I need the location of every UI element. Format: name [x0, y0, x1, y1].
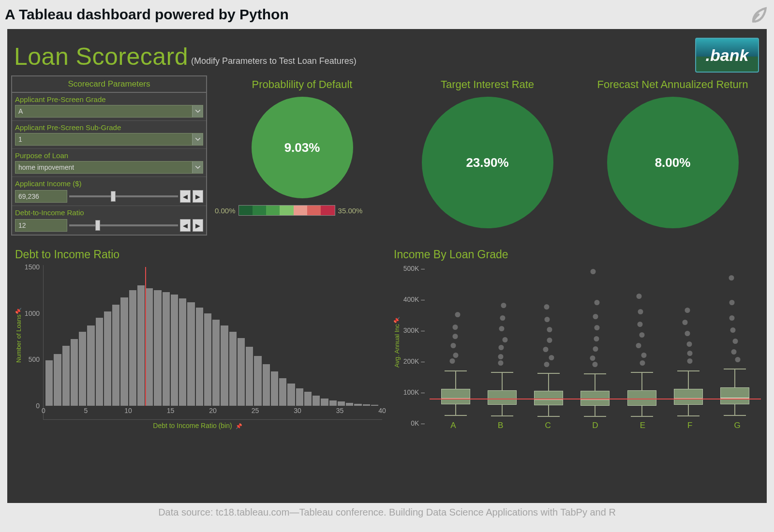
dashboard: Loan Scorecard (Modify Parameters to Tes…	[7, 29, 767, 503]
select-grade[interactable]: A	[15, 105, 203, 118]
chevron-down-icon[interactable]	[192, 162, 203, 173]
legend-swatches	[238, 205, 335, 216]
select-purpose-value: home impovement	[18, 163, 74, 171]
metric-title: Probablility of Default	[212, 75, 392, 97]
parameters-panel: Scorecard Parameters Applicant Pre-Scree…	[11, 75, 207, 236]
chevron-down-icon[interactable]	[192, 133, 203, 145]
dti-input[interactable]: 12	[15, 219, 67, 232]
param-label-income: Applicant Income ($)	[15, 178, 203, 189]
income-value: 69,236	[18, 192, 39, 200]
x-axis-label: Debt to Income Ratio (bin) 📌	[13, 422, 382, 429]
param-label-purpose: Purpose of Loan	[15, 150, 203, 161]
chart-title: Income By Loan Grade	[392, 248, 761, 265]
dashboard-title: Loan Scorecard	[14, 43, 188, 71]
chevron-down-icon[interactable]	[192, 105, 203, 117]
bubble-value: 9.03%	[284, 140, 320, 155]
param-label-subgrade: Applicant Pre-Screen Sub-Grade	[15, 122, 203, 133]
bubble-value: 23.90%	[466, 155, 508, 170]
metric-forecast-nar: Forecast Net Annualized Return 8.00%	[582, 75, 763, 236]
reference-line	[430, 399, 761, 399]
chart-income-by-grade[interactable]: Income By Loan Grade Avg. Annual Inc📌 0K…	[392, 248, 761, 433]
dti-decrement[interactable]: ◀	[180, 219, 191, 232]
legend-min: 0.00%	[215, 207, 236, 215]
select-grade-value: A	[18, 107, 23, 115]
metric-title: Forecast Net Annualized Return	[582, 75, 763, 97]
select-subgrade[interactable]: 1	[15, 133, 203, 146]
bubble-value: 8.00%	[655, 155, 691, 170]
dti-slider[interactable]	[69, 219, 178, 232]
leaf-icon	[748, 4, 769, 25]
bubble-target-rate[interactable]: 23.90%	[422, 97, 553, 228]
parameters-header: Scorecard Parameters	[12, 76, 206, 93]
income-input[interactable]: 69,236	[15, 190, 67, 203]
select-subgrade-value: 1	[18, 135, 22, 143]
select-purpose[interactable]: home impovement	[15, 161, 203, 174]
footer-caption: Data source: tc18.tableau.com—Tableau co…	[7, 507, 767, 518]
reference-line	[145, 267, 146, 406]
param-label-grade: Applicant Pre-Screen Grade	[15, 94, 203, 105]
dti-increment[interactable]: ▶	[193, 219, 203, 232]
pin-icon: 📌	[234, 423, 242, 429]
income-decrement[interactable]: ◀	[180, 190, 191, 203]
bubble-prob-default[interactable]: 9.03%	[252, 97, 353, 198]
color-legend: 0.00% 35.00%	[212, 205, 392, 216]
bank-logo: .bank	[695, 38, 759, 73]
metric-target-rate: Target Interest Rate 23.90%	[397, 75, 578, 236]
dashboard-subtitle: (Modify Parameters to Test Loan Features…	[191, 56, 357, 66]
metric-title: Target Interest Rate	[397, 75, 578, 97]
legend-max: 35.00%	[338, 207, 363, 215]
dti-value: 12	[18, 222, 26, 229]
income-slider[interactable]	[69, 190, 178, 203]
chart-dti-histogram[interactable]: Debt to Income Ratio Number of Loans📌 05…	[13, 248, 382, 433]
page-title: A Tableau dashboard powered by Python	[5, 6, 289, 23]
param-label-dti: Debt-to-Income Ratio	[15, 207, 203, 218]
chart-title: Debt to Income Ratio	[13, 248, 382, 265]
bubble-forecast-nar[interactable]: 8.00%	[607, 97, 739, 228]
income-increment[interactable]: ▶	[193, 190, 203, 203]
metric-prob-default: Probablility of Default 9.03% 0.00% 35.0…	[212, 75, 392, 236]
